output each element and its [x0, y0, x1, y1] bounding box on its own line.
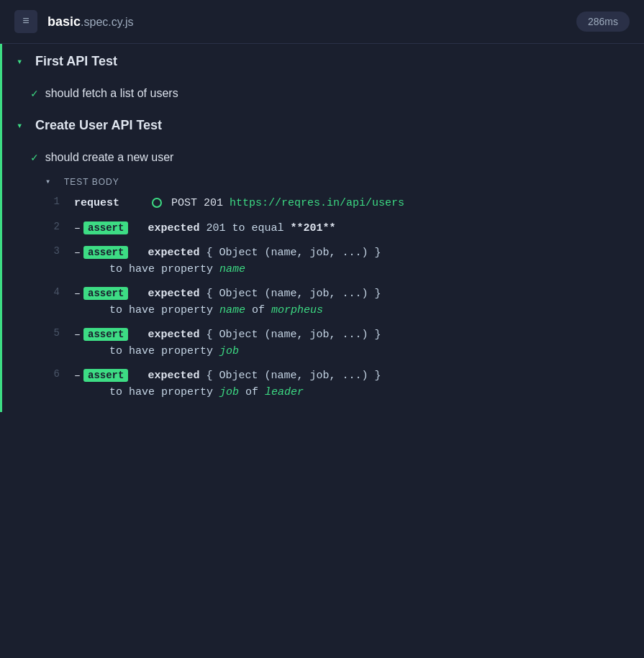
line-num-1: 1 [45, 196, 74, 207]
icon-glyph: ≡ [22, 15, 30, 28]
test-label-1: should fetch a list of users [45, 87, 178, 100]
dash-6: – [74, 370, 81, 382]
chevron-icon-2: ▾ [17, 119, 28, 132]
check-icon-2: ✓ [31, 150, 38, 165]
line-num-2: 2 [45, 221, 74, 232]
suite-row-2[interactable]: ▾ Create User API Test [2, 108, 644, 143]
code-line-4: 4 –assert expected { Object (name, job, … [45, 282, 630, 323]
val-2: **201** [291, 222, 336, 234]
code-line-1: 1 request POST 201 https://reqres.in/api… [45, 191, 630, 216]
text-3b: to have property [109, 263, 219, 275]
text-4a: { Object (name, job, ...) } [206, 288, 381, 300]
file-icon: ≡ [14, 10, 37, 33]
prop-4: name [219, 304, 245, 316]
line-content-6: –assert expected { Object (name, job, ..… [74, 368, 630, 401]
assert-badge-4: assert [83, 287, 128, 300]
kw-request: request [74, 197, 119, 209]
assert-badge-5: assert [83, 328, 128, 341]
text-6a: { Object (name, job, ...) } [206, 370, 381, 382]
header-left: ≡ basic.spec.cy.js [14, 10, 134, 33]
assert-badge-3: assert [83, 246, 128, 259]
val-4: morpheus [271, 304, 323, 316]
circle-icon [152, 198, 162, 208]
text-6b: to have property [109, 386, 219, 398]
chevron-icon-1: ▾ [17, 55, 28, 68]
text-5a: { Object (name, job, ...) } [206, 329, 381, 341]
code-line-3: 3 –assert expected { Object (name, job, … [45, 241, 630, 282]
prop-5: job [219, 345, 239, 357]
file-name: basic.spec.cy.js [47, 14, 134, 29]
file-ext: .spec.cy.js [81, 16, 134, 28]
line-num-3: 3 [45, 245, 74, 257]
code-line-6: 6 –assert expected { Object (name, job, … [45, 364, 630, 405]
prop-6: job [219, 386, 239, 398]
assert-badge-6: assert [83, 369, 128, 382]
text-6c: of [245, 386, 265, 398]
test-body-label: TEST BODY [64, 177, 119, 187]
suite-label-2: Create User API Test [35, 118, 162, 133]
line-content-5: –assert expected { Object (name, job, ..… [74, 327, 630, 360]
test-row-2[interactable]: ✓ should create a new user [2, 143, 644, 172]
header: ≡ basic.spec.cy.js 286ms [0, 0, 644, 44]
test-label-2: should create a new user [45, 151, 174, 164]
code-block: 1 request POST 201 https://reqres.in/api… [2, 191, 644, 412]
url-text: https://reqres.in/api/users [230, 197, 404, 209]
assert-badge-2: assert [83, 221, 128, 234]
line-num-6: 6 [45, 368, 74, 380]
expected-4: expected [148, 288, 199, 300]
dash-3: – [74, 247, 81, 259]
file-bold: basic [47, 14, 81, 29]
dash-4: – [74, 288, 81, 300]
text-4c: of [252, 304, 271, 316]
chevron-icon-body: ▾ [45, 176, 57, 187]
val-6: leader [265, 386, 304, 398]
suite-label-1: First API Test [35, 54, 117, 69]
expected-2: expected [148, 222, 199, 234]
check-icon-1: ✓ [31, 86, 38, 101]
expected-6: expected [148, 370, 199, 382]
code-line-2: 2 –assert expected 201 to equal **201** [45, 216, 630, 242]
line-content-3: –assert expected { Object (name, job, ..… [74, 245, 630, 278]
line-content-4: –assert expected { Object (name, job, ..… [74, 286, 630, 319]
line-content-2: –assert expected 201 to equal **201** [74, 221, 630, 237]
test-row-1[interactable]: ✓ should fetch a list of users [2, 79, 644, 108]
text-2: 201 to equal [206, 222, 290, 234]
line-num-5: 5 [45, 327, 74, 339]
text-3a: { Object (name, job, ...) } [206, 247, 381, 259]
expected-5: expected [148, 329, 199, 341]
code-line-5: 5 –assert expected { Object (name, job, … [45, 323, 630, 364]
text-5b: to have property [109, 345, 219, 357]
text-4b: to have property [109, 304, 219, 316]
method-post: POST 201 [171, 197, 230, 209]
test-body-header[interactable]: ▾ TEST BODY [2, 172, 644, 191]
expected-3: expected [148, 247, 199, 259]
prop-3: name [219, 263, 245, 275]
line-content-1: request POST 201 https://reqres.in/api/u… [74, 196, 630, 212]
time-badge: 286ms [576, 12, 630, 32]
test-content: ▾ First API Test ✓ should fetch a list o… [0, 44, 644, 412]
suite-row-1[interactable]: ▾ First API Test [2, 44, 644, 79]
line-num-4: 4 [45, 286, 74, 298]
dash-2: – [74, 222, 81, 234]
dash-5: – [74, 329, 81, 341]
